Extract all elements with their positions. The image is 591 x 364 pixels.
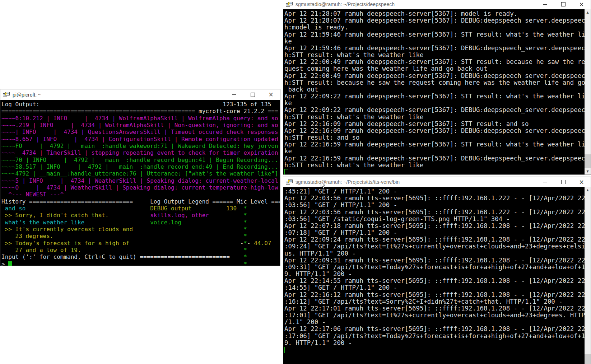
terminal-line: Apr 12 22:16:09 ramuh deepspeech-server[… [284,121,585,127]
terminal-line: 9. HTTP/1.1" 200 - [284,271,585,277]
terminal-line: 9. HTTP/1.1" 200 - [284,340,585,346]
scroll-up-icon[interactable]: ▲ [585,187,591,193]
terminal-screen-deepspeech[interactable]: Apr 12 21:28:07 ramuh deepspeech-server[… [283,9,591,174]
terminal-line: :17:06] "GET /api/tts?text=Today%27s+for… [284,333,585,340]
terminal-text: :09:31] "GET /api/tts?text=Today%27s+for… [284,264,585,271]
terminal-line: Apr 12 22:14:55 ramuh tts-server[5695]: … [284,277,585,284]
minimize-button[interactable] [225,89,243,100]
desktop: { "colors": { "fg": "#d6d6d6", "white": … [0,0,591,364]
terminal-line: ke [284,148,585,155]
terminal-text: :03:56] "GET / HTTP/1.1" 200 - [284,202,397,209]
terminal-text: :16:12] "GET /api/tts?text=Sorry%2C+I+di… [284,298,563,305]
terminal-text: 23 degrees. [1,233,53,239]
terminal-text: * [243,226,247,233]
terminal-line: what's the weather like voice.log * [1,219,280,226]
terminal-screen-picroft[interactable]: Log Output: 123-135 of 135==============… [0,100,280,266]
terminal-line: ~~~~70 | INFO | 4792 | __main__:handle_r… [1,157,280,163]
scroll-down-icon[interactable]: ▼ [585,168,591,174]
terminal-text: Apr 12 21:28:07 ramuh deepspeech-server[… [284,10,517,17]
terminal-text: h:STT result: what's the weather like [284,114,423,121]
terminal-line [284,346,585,353]
terminal-line: h:STT result: what's the weather like [284,114,585,121]
terminal-text: ~~~~5 | INFO | 4734 | WeatherSkill | Spe… [1,177,278,184]
window-title: pi@picroft: ~ [13,92,41,98]
terminal-text: and so [1,205,25,212]
terminal-text: h:model is ready. [284,24,348,31]
terminal-line: ~~~~5 | INFO | 4734 | WeatherSkill | Spe… [1,177,280,184]
terminal-text: ~~~~.219 | INFO | 4734 | WolframAlphaSki… [1,122,278,129]
terminal-text: Apr 12 21:59:46 ramuh deepspeech-server[… [284,31,585,38]
terminal-text: * [243,219,247,226]
terminal-line: Apr 12 22:16:09 ramuh deepspeech-server[… [284,127,585,134]
titlebar[interactable]: sgmustadio@ramuh: ~/Projects/tts/tts-ven… [283,177,591,187]
terminal-line: Input (':' for command, Ctrl+C to quit) … [1,253,280,260]
close-button[interactable]: × [572,0,591,9]
scrollbar[interactable]: ▲ [585,187,591,364]
terminal-cursor [284,347,288,353]
terminal-screen-tts[interactable]: :45:21] "GET / HTTP/1.1" 200 -Apr 12 22:… [283,187,591,364]
terminal-text: voice.log [150,219,181,226]
terminal-text: 44.07 [251,240,271,247]
terminal-text: Apr 12 22:16:12 ramuh tts-server[5695]: … [284,291,585,298]
terminal-line: :45:21] "GET / HTTP/1.1" 200 - [284,188,585,195]
terminal-line: > * [1,261,280,266]
terminal-text: * [243,205,247,212]
scrollbar-thumb[interactable] [585,354,591,364]
terminal-text: :07:18] "GET / HTTP/1.1" 200 - [284,229,397,236]
terminal-line: Apr 12 22:00:49 ramuh deepspeech-server[… [284,59,585,65]
terminal-line: >> Today's forecast is for a high of -*-… [1,240,280,247]
minimize-button[interactable] [536,177,554,187]
terminal-text [181,219,243,226]
terminal-text: h:STT result: because he saw the request… [284,79,585,86]
terminal-line: Apr 12 21:59:46 ramuh deepspeech-server[… [284,45,585,52]
terminal-text: Apr 12 22:16:09 ramuh deepspeech-server[… [284,127,585,134]
maximize-button[interactable] [554,0,572,9]
terminal-text: 9. HTTP/1.1" 200 - [284,271,352,277]
terminal-line: :09:24] "GET /api/tts?text=It%27s+curren… [284,243,585,250]
close-button[interactable]: × [262,89,280,100]
terminal-text: h:STT result: what's the weather like [284,52,423,59]
terminal-line: :14:55] "GET / HTTP/1.1" 200 - [284,284,585,291]
window-picroft: pi@picroft: ~ × Log Output: 123-135 of 1… [0,89,280,266]
terminal-text: - [247,240,251,247]
window-tts: sgmustadio@ramuh: ~/Projects/tts/tts-ven… [283,177,591,364]
terminal-text: ~~~~ 4734 | TimerSkill | stopping repeat… [1,149,278,156]
terminal-text: :14:55] "GET / HTTP/1.1" 200 - [284,284,397,291]
scroll-up-icon[interactable]: ▲ [585,9,591,15]
maximize-icon [561,180,566,184]
titlebar[interactable]: sgmustadio@ramuh: ~/Projects/deepspeech … [283,0,591,10]
terminal-text: Apr 12 21:59:46 ramuh deepspeech-server[… [284,45,585,52]
terminal-text: :17:06] "GET /api/tts?text=Today%27s+for… [284,333,585,340]
putty-terminal-icon [286,179,293,185]
terminal-line: h:STT result: what's the weather like [284,162,585,169]
terminal-line: ~~~~O | 4734 | WeatherSkill | Speaking d… [1,184,280,191]
titlebar[interactable]: pi@picroft: ~ × [0,89,280,100]
terminal-cursor [8,261,12,266]
minimize-icon [232,94,236,95]
terminal-text: DEBUG output 130 [150,205,237,212]
window-deepspeech: sgmustadio@ramuh: ~/Projects/deepspeech … [283,0,591,175]
terminal-text: quest coming here was the weather life a… [284,65,487,72]
terminal-text: ~~~~6:10.212 | INFO | 4734 | WolframAlph… [1,115,278,122]
terminal-text: ke [284,100,292,107]
terminal-text: Apr 12 21:28:07 ramuh deepspeech-server[… [284,17,585,24]
terminal-line: ========================================… [1,108,280,115]
terminal-text: * [243,253,247,260]
terminal-text: Apr 12 22:00:49 ramuh deepspeech-server[… [284,59,585,65]
terminal-text: ~~~~8.657 | INFO | 4734 | ConfigurationS… [1,136,278,143]
scrollbar-thumb[interactable] [585,154,591,168]
terminal-text: Apr 12 22:09:24 ramuh tts-server[5695]: … [284,236,585,243]
terminal-text [133,226,243,233]
terminal-text: h:STT result: what's the weather like [284,162,423,169]
terminal-line: Apr 12 22:17:06 ramuh tts-server[5695]: … [284,326,585,332]
scrollbar[interactable]: ▲ ▼ [585,9,591,174]
terminal-line: h:STT result: because he saw the request… [284,79,585,86]
minimize-button[interactable] [536,0,554,9]
window-title: sgmustadio@ramuh: ~/Projects/tts/tts-ven… [296,179,400,185]
terminal-line: ke [284,38,585,45]
terminal-line: Apr 12 22:07:18 ramuh tts-server[5695]: … [284,223,585,229]
maximize-button[interactable] [243,89,262,100]
close-button[interactable]: × [572,177,591,187]
maximize-button[interactable] [554,177,572,187]
terminal-text [25,205,150,212]
